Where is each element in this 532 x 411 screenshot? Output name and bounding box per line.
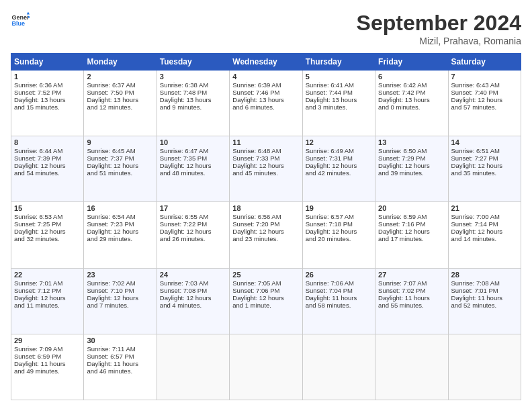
col-monday: Monday: [84, 54, 157, 71]
table-row: 3Sunrise: 6:38 AMSunset: 7:48 PMDaylight…: [157, 71, 229, 136]
table-row: 20Sunrise: 6:59 AMSunset: 7:16 PMDayligh…: [375, 202, 448, 268]
col-thursday: Thursday: [302, 54, 375, 71]
col-tuesday: Tuesday: [157, 54, 229, 71]
table-row: 16Sunrise: 6:54 AMSunset: 7:23 PMDayligh…: [84, 202, 157, 268]
table-row: 23Sunrise: 7:02 AMSunset: 7:10 PMDayligh…: [84, 268, 157, 334]
table-row: 27Sunrise: 7:07 AMSunset: 7:02 PMDayligh…: [375, 268, 448, 334]
table-row: [448, 334, 521, 400]
table-row: 19Sunrise: 6:57 AMSunset: 7:18 PMDayligh…: [302, 202, 375, 268]
location: Mizil, Prahava, Romania: [357, 36, 521, 46]
month-title: September 2024: [357, 11, 521, 36]
table-row: 28Sunrise: 7:08 AMSunset: 7:01 PMDayligh…: [448, 268, 521, 334]
logo: General Blue: [11, 11, 30, 30]
calendar-header-row: Sunday Monday Tuesday Wednesday Thursday…: [11, 54, 521, 71]
table-row: 25Sunrise: 7:05 AMSunset: 7:06 PMDayligh…: [230, 268, 302, 334]
table-row: 15Sunrise: 6:53 AMSunset: 7:25 PMDayligh…: [11, 202, 84, 268]
table-row: 11Sunrise: 6:48 AMSunset: 7:33 PMDayligh…: [230, 136, 302, 202]
col-wednesday: Wednesday: [230, 54, 302, 71]
table-row: 18Sunrise: 6:56 AMSunset: 7:20 PMDayligh…: [230, 202, 302, 268]
table-row: 9Sunrise: 6:45 AMSunset: 7:37 PMDaylight…: [84, 136, 157, 202]
table-row: 2Sunrise: 6:37 AMSunset: 7:50 PMDaylight…: [84, 71, 157, 136]
calendar-table: Sunday Monday Tuesday Wednesday Thursday…: [11, 53, 521, 400]
table-row: [302, 334, 375, 400]
table-row: 4Sunrise: 6:39 AMSunset: 7:46 PMDaylight…: [230, 71, 302, 136]
table-row: 22Sunrise: 7:01 AMSunset: 7:12 PMDayligh…: [11, 268, 84, 334]
page: General Blue September 2024 Mizil, Praha…: [0, 0, 532, 411]
table-row: 24Sunrise: 7:03 AMSunset: 7:08 PMDayligh…: [157, 268, 229, 334]
table-row: 1Sunrise: 6:36 AMSunset: 7:52 PMDaylight…: [11, 71, 84, 136]
col-friday: Friday: [375, 54, 448, 71]
table-row: 14Sunrise: 6:51 AMSunset: 7:27 PMDayligh…: [448, 136, 521, 202]
table-row: 10Sunrise: 6:47 AMSunset: 7:35 PMDayligh…: [157, 136, 229, 202]
table-row: 12Sunrise: 6:49 AMSunset: 7:31 PMDayligh…: [302, 136, 375, 202]
table-row: 6Sunrise: 6:42 AMSunset: 7:42 PMDaylight…: [375, 71, 448, 136]
table-row: [157, 334, 229, 400]
col-sunday: Sunday: [11, 54, 84, 71]
table-row: [375, 334, 448, 400]
table-row: 8Sunrise: 6:44 AMSunset: 7:39 PMDaylight…: [11, 136, 84, 202]
table-row: 13Sunrise: 6:50 AMSunset: 7:29 PMDayligh…: [375, 136, 448, 202]
title-block: September 2024 Mizil, Prahava, Romania: [357, 11, 521, 46]
table-row: 29Sunrise: 7:09 AMSunset: 6:59 PMDayligh…: [11, 334, 84, 400]
svg-text:Blue: Blue: [11, 20, 25, 27]
table-row: 30Sunrise: 7:11 AMSunset: 6:57 PMDayligh…: [84, 334, 157, 400]
col-saturday: Saturday: [448, 54, 521, 71]
svg-text:General: General: [11, 14, 30, 21]
table-row: [230, 334, 302, 400]
header: General Blue September 2024 Mizil, Praha…: [11, 11, 521, 46]
table-row: 7Sunrise: 6:43 AMSunset: 7:40 PMDaylight…: [448, 71, 521, 136]
table-row: 5Sunrise: 6:41 AMSunset: 7:44 PMDaylight…: [302, 71, 375, 136]
table-row: 17Sunrise: 6:55 AMSunset: 7:22 PMDayligh…: [157, 202, 229, 268]
table-row: 21Sunrise: 7:00 AMSunset: 7:14 PMDayligh…: [448, 202, 521, 268]
table-row: 26Sunrise: 7:06 AMSunset: 7:04 PMDayligh…: [302, 268, 375, 334]
logo-icon: General Blue: [11, 11, 30, 30]
svg-marker-2: [27, 11, 30, 14]
